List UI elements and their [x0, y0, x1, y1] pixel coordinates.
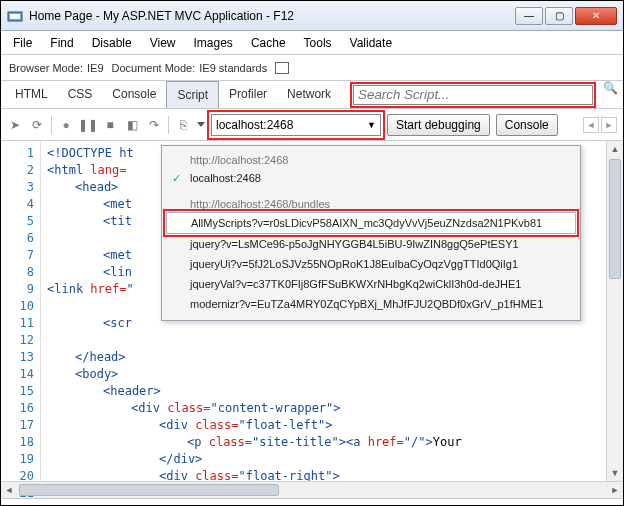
nav-forward-button[interactable]: ► [601, 117, 617, 133]
tab-html[interactable]: HTML [5, 81, 58, 108]
dropdown-option[interactable]: localhost:2468 [166, 168, 576, 188]
document-mode-value[interactable]: IE9 standards [199, 62, 267, 74]
tab-console[interactable]: Console [102, 81, 166, 108]
line-number: 6 [1, 230, 40, 247]
play-icon[interactable]: ● [58, 117, 74, 133]
tab-css[interactable]: CSS [58, 81, 103, 108]
scroll-up-icon[interactable]: ▲ [607, 141, 623, 157]
script-dropdown-value: localhost:2468 [216, 118, 293, 132]
code-line[interactable]: <header> [47, 383, 623, 400]
chevron-down-icon: ▼ [367, 120, 376, 130]
code-line[interactable]: <div class="float-right"> [47, 468, 623, 481]
close-button[interactable]: ✕ [575, 7, 617, 25]
chevron-down-icon[interactable] [197, 122, 205, 127]
dropdown-group: AllMyScripts?v=r0sLDicvP58AIXN_mc3QdyVvV… [166, 212, 576, 314]
menu-file[interactable]: File [5, 33, 40, 53]
line-number: 10 [1, 298, 40, 315]
start-debugging-button[interactable]: Start debugging [387, 114, 490, 136]
code-line[interactable]: <div class="float-left"> [47, 417, 623, 434]
dropdown-option[interactable]: AllMyScripts?v=r0sLDicvP58AIXN_mc3QdyVvV… [166, 212, 576, 234]
vertical-scrollbar[interactable]: ▲ ▼ [606, 141, 623, 481]
line-number: 11 [1, 315, 40, 332]
tab-script[interactable]: Script [166, 81, 219, 108]
line-number: 1 [1, 145, 40, 162]
line-number: 13 [1, 349, 40, 366]
line-number: 4 [1, 196, 40, 213]
line-number: 9 [1, 281, 40, 298]
line-number: 5 [1, 213, 40, 230]
cursor-icon[interactable]: ➤ [7, 117, 23, 133]
dropdown-group-header: http://localhost:2468 [166, 152, 576, 168]
dropdown-group-header: http://localhost:2468/bundles [166, 196, 576, 212]
line-number: 16 [1, 400, 40, 417]
line-number: 7 [1, 247, 40, 264]
line-number: 17 [1, 417, 40, 434]
scroll-right-icon[interactable]: ► [607, 485, 623, 495]
code-line[interactable]: </head> [47, 349, 623, 366]
separator [168, 116, 169, 134]
script-dropdown-menu: http://localhost:2468 localhost:2468 htt… [161, 145, 581, 321]
toolbar: ➤ ⟳ ● ❚❚ ■ ◧ ↷ ⎘ localhost:2468 ▼ Start … [1, 109, 623, 141]
line-number: 18 [1, 434, 40, 451]
search-input[interactable] [353, 85, 593, 105]
editor-area: 123456789101112131415161718192021 <!DOCT… [1, 141, 623, 481]
dropdown-option[interactable]: jqueryUi?v=5fJ2LoSJVz55NOpRoK1J8EuIbaCyO… [166, 254, 576, 274]
scroll-down-icon[interactable]: ▼ [607, 465, 623, 481]
browser-mode-label: Browser Mode: [9, 62, 83, 74]
line-number: 19 [1, 451, 40, 468]
browser-mode-value[interactable]: IE9 [87, 62, 104, 74]
mode-bar: Browser Mode: IE9 Document Mode: IE9 sta… [1, 55, 623, 81]
svg-rect-1 [10, 14, 20, 19]
document-mode-label: Document Mode: [112, 62, 196, 74]
menu-disable[interactable]: Disable [84, 33, 140, 53]
scroll-thumb[interactable] [609, 159, 621, 279]
console-button[interactable]: Console [496, 114, 558, 136]
app-icon [7, 8, 23, 24]
titlebar: Home Page - My ASP.NET MVC Application -… [1, 1, 623, 31]
minimize-button[interactable]: — [515, 7, 543, 25]
line-number: 12 [1, 332, 40, 349]
search-icon[interactable]: 🔍 [601, 81, 619, 108]
line-number: 8 [1, 264, 40, 281]
tab-profiler[interactable]: Profiler [219, 81, 277, 108]
tab-bar: HTMLCSSConsoleScriptProfilerNetwork 🔍 [1, 81, 623, 109]
code-line[interactable]: <p class="site-title"><a href="/">Your [47, 434, 623, 451]
nav-back-button[interactable]: ◄ [583, 117, 599, 133]
breakpoint-icon[interactable]: ◧ [124, 117, 140, 133]
maximize-button[interactable]: ▢ [545, 7, 573, 25]
script-dropdown[interactable]: localhost:2468 ▼ [211, 114, 381, 136]
refresh-icon[interactable]: ⟳ [29, 117, 45, 133]
format-icon[interactable]: ⎘ [175, 117, 191, 133]
menu-tools[interactable]: Tools [296, 33, 340, 53]
line-number: 2 [1, 162, 40, 179]
line-number: 3 [1, 179, 40, 196]
code-line[interactable]: </div> [47, 451, 623, 468]
menubar: FileFindDisableViewImagesCacheToolsValid… [1, 31, 623, 55]
separator [51, 116, 52, 134]
menu-images[interactable]: Images [186, 33, 241, 53]
bottom-bar: >> ▶ [1, 498, 623, 506]
dropdown-option[interactable]: jqueryVal?v=c37TK0FIj8GfFSuBKWXrNHbgKq2w… [166, 274, 576, 294]
pause-icon[interactable]: ❚❚ [80, 117, 96, 133]
dropdown-option[interactable]: modernizr?v=EuTZa4MRY0ZqCYpBXj_MhJfFJU2Q… [166, 294, 576, 314]
code-line[interactable]: <div class="content-wrapper"> [47, 400, 623, 417]
step-icon[interactable]: ↷ [146, 117, 162, 133]
document-mode-icon[interactable] [275, 62, 289, 74]
code-line[interactable] [47, 332, 623, 349]
dropdown-option[interactable]: jquery?v=LsMCe96-p5oJgNHYGGB4L5iBU-9IwZI… [166, 234, 576, 254]
line-number: 14 [1, 366, 40, 383]
line-gutter: 123456789101112131415161718192021 [1, 141, 41, 481]
scroll-thumb[interactable] [19, 484, 279, 496]
menu-validate[interactable]: Validate [342, 33, 400, 53]
menu-find[interactable]: Find [42, 33, 81, 53]
stop-icon[interactable]: ■ [102, 117, 118, 133]
tabs: HTMLCSSConsoleScriptProfilerNetwork [5, 81, 341, 108]
line-number: 15 [1, 383, 40, 400]
menu-view[interactable]: View [142, 33, 184, 53]
horizontal-scrollbar[interactable]: ◄ ► [1, 481, 623, 498]
window-title: Home Page - My ASP.NET MVC Application -… [29, 9, 515, 23]
menu-cache[interactable]: Cache [243, 33, 294, 53]
code-line[interactable]: <body> [47, 366, 623, 383]
tab-network[interactable]: Network [277, 81, 341, 108]
